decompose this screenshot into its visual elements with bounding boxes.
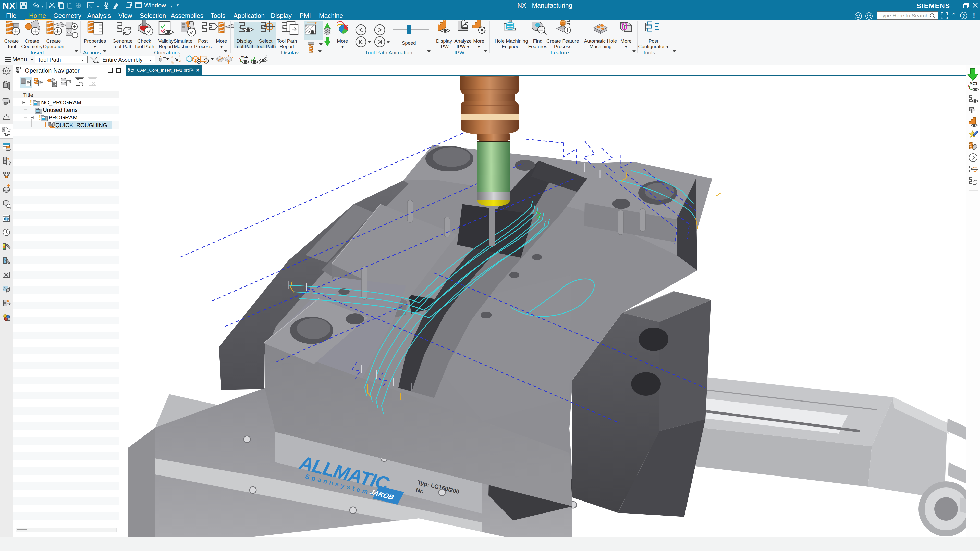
svg-text:MCS: MCS xyxy=(241,55,248,59)
svg-text:!: ! xyxy=(45,121,47,129)
svg-text:MCS: MCS xyxy=(969,81,977,86)
svg-text:!: ! xyxy=(30,98,32,106)
